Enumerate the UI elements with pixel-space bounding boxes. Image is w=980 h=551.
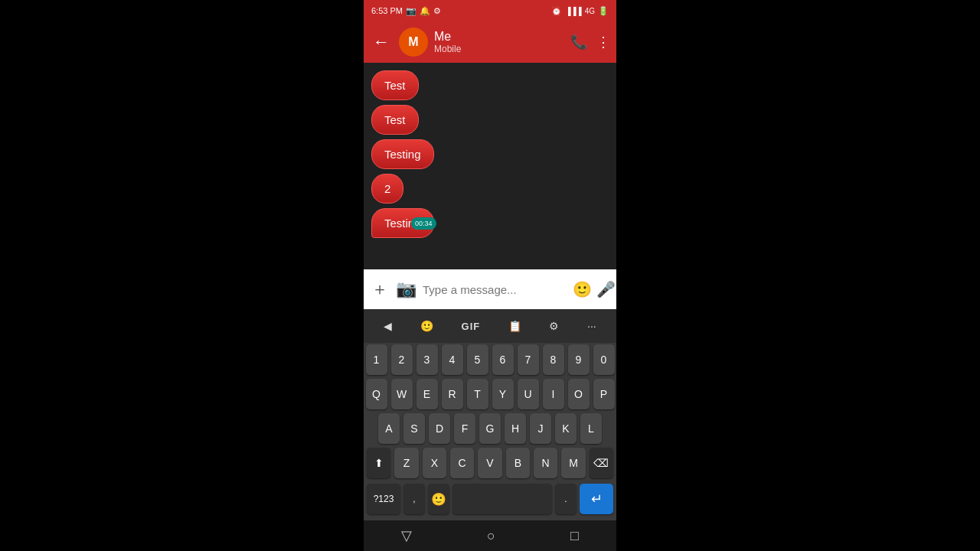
key-2[interactable]: 2	[391, 344, 413, 375]
key-s[interactable]: S	[403, 413, 425, 444]
key-9[interactable]: 9	[568, 344, 590, 375]
message-bubble: Testing	[371, 139, 434, 169]
nav-home-button[interactable]: ○	[487, 528, 495, 544]
avatar-initial: M	[408, 35, 418, 49]
gif-button[interactable]: GIF	[456, 318, 487, 335]
key-1[interactable]: 1	[366, 344, 387, 375]
key-7[interactable]: 7	[518, 344, 539, 375]
settings-icon[interactable]: ⚙	[543, 317, 565, 335]
key-t[interactable]: T	[467, 379, 488, 409]
key-d[interactable]: D	[429, 413, 450, 444]
battery-icon: 🔋	[598, 6, 609, 16]
period-key[interactable]: .	[555, 484, 577, 514]
key-v[interactable]: V	[478, 448, 501, 478]
key-3[interactable]: 3	[416, 344, 438, 375]
avatar: M	[399, 28, 428, 57]
key-u[interactable]: U	[518, 379, 539, 409]
key-z[interactable]: Z	[394, 448, 418, 478]
wifi-icon: 4G	[585, 7, 595, 15]
nav-back-button[interactable]: ▽	[401, 527, 412, 544]
key-c[interactable]: C	[450, 448, 474, 478]
key-q[interactable]: Q	[366, 379, 387, 409]
bell-icon: 🔔	[420, 6, 430, 16]
contact-info: Me Mobile	[434, 30, 564, 54]
keyboard-rows: 1 2 3 4 5 6 7 8 9 0 Q W E R T Y U I	[364, 343, 616, 484]
comma-key[interactable]: ,	[403, 484, 425, 514]
status-right: ⏰ ▐▐▐ 4G 🔋	[551, 6, 609, 16]
time-display: 6:53 PM	[371, 6, 403, 15]
keyboard-back-button[interactable]: ◀	[377, 317, 398, 335]
contact-sub: Mobile	[434, 44, 564, 54]
tools-icon: ⚙	[433, 6, 441, 16]
camera-icon: 📷	[406, 6, 416, 16]
key-b[interactable]: B	[506, 448, 530, 478]
call-icon[interactable]: 📞	[570, 34, 587, 51]
asdf-row: A S D F G H J K L	[367, 413, 613, 444]
contact-name: Me	[434, 30, 564, 44]
key-f[interactable]: F	[454, 413, 475, 444]
key-w[interactable]: W	[391, 379, 413, 409]
messages-area: Test Test Testing 2 Testing 00:34	[364, 63, 616, 269]
key-5[interactable]: 5	[467, 344, 488, 375]
key-k[interactable]: K	[555, 413, 577, 444]
phone-container: 6:53 PM 📷 🔔 ⚙ ⏰ ▐▐▐ 4G 🔋 ← M Me Mobile 📞…	[364, 0, 616, 551]
app-bar: ← M Me Mobile 📞 ⋮	[364, 21, 616, 63]
message-bubble: 2	[371, 174, 403, 204]
status-left: 6:53 PM 📷 🔔 ⚙	[371, 6, 441, 16]
status-bar: 6:53 PM 📷 🔔 ⚙ ⏰ ▐▐▐ 4G 🔋	[364, 0, 616, 21]
key-n[interactable]: N	[534, 448, 557, 478]
numbers-row: 1 2 3 4 5 6 7 8 9 0	[367, 344, 613, 375]
clipboard-icon[interactable]: 📋	[502, 317, 528, 335]
app-bar-actions: 📞 ⋮	[570, 34, 610, 51]
message-bubble-partial: Testing 00:34	[371, 208, 434, 238]
key-o[interactable]: O	[568, 379, 590, 409]
add-attachment-button[interactable]: ＋	[370, 276, 390, 302]
keyboard: ◀ 🙂 GIF 📋 ⚙ ··· 1 2 3 4 5 6 7 8 9 0	[364, 309, 616, 520]
key-6[interactable]: 6	[492, 344, 514, 375]
key-g[interactable]: G	[479, 413, 501, 444]
key-j[interactable]: J	[530, 413, 551, 444]
key-8[interactable]: 8	[543, 344, 564, 375]
zxcv-row: ⬆ Z X C V B N M ⌫	[367, 448, 613, 478]
message-text: Test	[384, 113, 406, 126]
nav-bar: ▽ ○ □	[364, 520, 616, 551]
key-y[interactable]: Y	[492, 379, 514, 409]
message-input[interactable]	[423, 283, 568, 296]
alarm-icon: ⏰	[551, 6, 562, 16]
keyboard-toolbar: ◀ 🙂 GIF 📋 ⚙ ···	[364, 309, 616, 343]
emoji-keyboard-key[interactable]: 🙂	[428, 484, 449, 514]
sticker-icon[interactable]: 🙂	[414, 317, 439, 335]
message-bubble: Test	[371, 70, 419, 100]
more-tools-icon[interactable]: ···	[581, 317, 603, 335]
emoji-button[interactable]: 🙂	[573, 280, 592, 298]
space-key[interactable]	[452, 484, 552, 514]
shift-key[interactable]: ⬆	[367, 448, 390, 478]
qwerty-row: Q W E R T Y U I O P	[367, 379, 613, 409]
message-input-row: ＋ 📷 🙂 🎤	[364, 269, 616, 309]
message-text: Test	[384, 79, 406, 92]
key-h[interactable]: H	[505, 413, 526, 444]
key-r[interactable]: R	[442, 379, 463, 409]
key-m[interactable]: M	[561, 448, 585, 478]
key-4[interactable]: 4	[442, 344, 463, 375]
key-e[interactable]: E	[416, 379, 438, 409]
numbers-switch-key[interactable]: ?123	[367, 484, 400, 514]
message-bubble: Test	[371, 105, 419, 135]
back-button[interactable]: ←	[370, 29, 393, 55]
signal-icon: ▐▐▐	[565, 7, 581, 15]
enter-key[interactable]: ↵	[580, 484, 613, 514]
backspace-key[interactable]: ⌫	[590, 448, 613, 478]
key-x[interactable]: X	[423, 448, 446, 478]
mic-button[interactable]: 🎤	[596, 280, 616, 298]
key-0[interactable]: 0	[593, 344, 615, 375]
key-l[interactable]: L	[580, 413, 602, 444]
nav-recents-button[interactable]: □	[570, 528, 579, 544]
camera-button[interactable]: 📷	[394, 278, 418, 301]
more-options-icon[interactable]: ⋮	[596, 34, 610, 51]
message-text: Testing	[384, 148, 421, 161]
key-p[interactable]: P	[593, 379, 615, 409]
kb-bottom-row: ?123 , 🙂 . ↵	[364, 484, 616, 517]
message-text: 2	[384, 182, 390, 195]
key-i[interactable]: I	[543, 379, 564, 409]
key-a[interactable]: A	[378, 413, 400, 444]
